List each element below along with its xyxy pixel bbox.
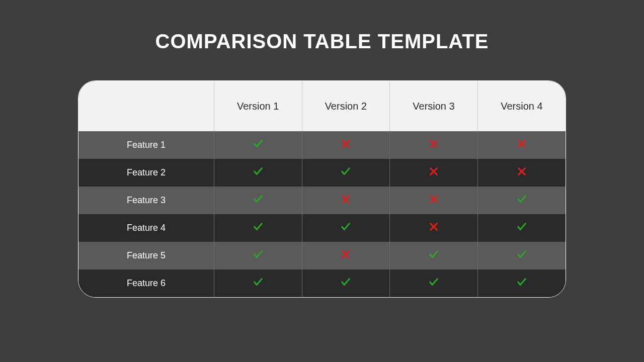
cell-check — [390, 242, 478, 269]
header-col-2: Version 3 — [390, 81, 478, 131]
cross-icon — [428, 221, 439, 232]
cell-check — [477, 269, 566, 297]
table-row: Feature 4 — [78, 214, 566, 242]
check-icon — [516, 249, 527, 260]
feature-label: Feature 1 — [78, 131, 214, 159]
cell-check — [214, 242, 302, 269]
cell-cross — [302, 187, 390, 214]
check-icon — [428, 277, 439, 288]
feature-label: Feature 4 — [78, 214, 214, 242]
check-icon — [516, 194, 527, 205]
check-icon — [516, 277, 527, 288]
check-icon — [253, 277, 264, 288]
check-icon — [516, 221, 527, 232]
check-icon — [340, 277, 351, 288]
cross-icon — [340, 249, 351, 260]
cell-check — [214, 214, 302, 242]
table-row: Feature 1 — [78, 131, 566, 159]
cell-cross — [390, 187, 478, 214]
header-col-0: Version 1 — [214, 81, 302, 131]
cell-check — [214, 269, 302, 297]
cell-check — [302, 214, 390, 242]
table-row: Feature 2 — [78, 159, 566, 187]
table-row: Feature 3 — [78, 187, 566, 214]
comparison-table: Version 1 Version 2 Version 3 Version 4 … — [78, 80, 566, 298]
cell-check — [477, 187, 566, 214]
cell-check — [477, 214, 566, 242]
table-header-row: Version 1 Version 2 Version 3 Version 4 — [78, 81, 566, 131]
table-row: Feature 5 — [78, 242, 566, 269]
page-title: COMPARISON TABLE TEMPLATE — [155, 30, 489, 53]
cell-check — [214, 159, 302, 187]
cell-cross — [390, 131, 478, 159]
cell-check — [214, 131, 302, 159]
header-empty-cell — [78, 81, 214, 131]
check-icon — [340, 221, 351, 232]
cross-icon — [516, 166, 527, 177]
cell-check — [302, 269, 390, 297]
cell-cross — [302, 242, 390, 269]
check-icon — [253, 138, 264, 149]
feature-label: Feature 2 — [78, 159, 214, 187]
check-icon — [253, 221, 264, 232]
cell-check — [390, 269, 478, 297]
check-icon — [253, 249, 264, 260]
cell-cross — [477, 131, 566, 159]
cell-cross — [390, 214, 478, 242]
check-icon — [428, 249, 439, 260]
cell-check — [302, 159, 390, 187]
cell-check — [477, 242, 566, 269]
cell-cross — [477, 159, 566, 187]
cross-icon — [428, 194, 439, 205]
feature-label: Feature 3 — [78, 187, 214, 214]
feature-label: Feature 6 — [78, 269, 214, 297]
check-icon — [340, 166, 351, 177]
slide-container: COMPARISON TABLE TEMPLATE Version 1 Vers… — [0, 0, 644, 362]
check-icon — [253, 166, 264, 177]
feature-label: Feature 5 — [78, 242, 214, 269]
header-col-1: Version 2 — [302, 81, 390, 131]
header-col-3: Version 4 — [477, 81, 566, 131]
cross-icon — [428, 138, 439, 149]
cross-icon — [340, 194, 351, 205]
cell-cross — [390, 159, 478, 187]
cross-icon — [340, 138, 351, 149]
cell-cross — [302, 131, 390, 159]
cross-icon — [516, 138, 527, 149]
cell-check — [214, 187, 302, 214]
cross-icon — [428, 166, 439, 177]
check-icon — [253, 194, 264, 205]
table-row: Feature 6 — [78, 269, 566, 297]
